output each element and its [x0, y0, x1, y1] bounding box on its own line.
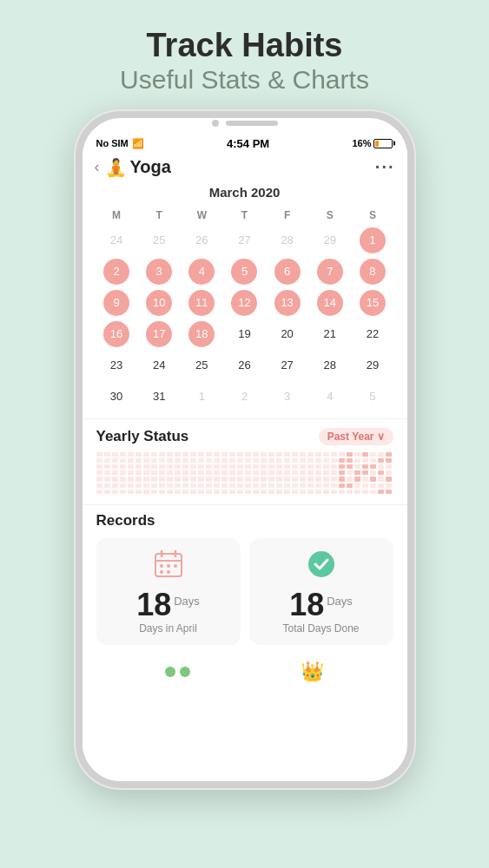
cal-day[interactable]: 8 — [352, 257, 393, 286]
cal-day[interactable]: 14 — [309, 288, 350, 318]
heatmap-cell — [159, 464, 165, 469]
cal-day[interactable]: 29 — [352, 351, 393, 380]
heatmap-cell — [354, 483, 360, 488]
checkmark-circle-icon — [306, 549, 337, 586]
heatmap-cell — [245, 464, 251, 469]
heatmap-cell — [378, 464, 384, 469]
cal-day[interactable]: 1 — [352, 226, 393, 255]
cal-day[interactable]: 22 — [352, 319, 393, 349]
cal-day[interactable]: 25 — [139, 226, 180, 255]
heatmap-cell — [362, 477, 368, 481]
cal-day[interactable]: 12 — [224, 288, 265, 318]
app-header: Track Habits Useful Stats & Charts — [120, 28, 369, 95]
cal-day[interactable]: 29 — [309, 226, 350, 255]
heatmap-cell — [229, 483, 235, 488]
cal-day[interactable]: 9 — [96, 288, 137, 318]
cal-day[interactable]: 3 — [139, 257, 180, 286]
heatmap-cell — [120, 470, 126, 475]
cal-day[interactable]: 17 — [139, 319, 180, 349]
heatmap-col — [214, 452, 220, 494]
cal-day[interactable]: 7 — [309, 257, 350, 286]
nav-back-button[interactable]: ‹ 🧘 Yoga — [95, 157, 171, 178]
cal-day[interactable]: 27 — [224, 226, 265, 255]
cal-day[interactable]: 2 — [96, 257, 137, 286]
heatmap-col — [104, 452, 110, 494]
record-number-row-2: 18 Days — [289, 589, 353, 621]
heatmap-cell — [128, 470, 134, 475]
heatmap-cell — [362, 483, 368, 488]
more-button[interactable]: ··· — [375, 157, 395, 177]
cal-day[interactable]: 26 — [224, 351, 265, 380]
heatmap-cell — [276, 490, 282, 494]
crown-icon-pair: 👑 — [301, 661, 324, 683]
cal-day[interactable]: 13 — [267, 288, 307, 318]
heatmap-cell — [229, 452, 235, 457]
heatmap-cell — [237, 464, 243, 469]
cal-day[interactable]: 4 — [182, 257, 222, 286]
cal-day[interactable]: 6 — [267, 257, 307, 286]
svg-point-6 — [174, 564, 177, 568]
cal-day[interactable]: 19 — [224, 319, 265, 349]
cal-day[interactable]: 24 — [96, 226, 137, 255]
heatmap-cell — [151, 477, 157, 481]
cal-day[interactable]: 20 — [267, 319, 307, 349]
cal-day[interactable]: 15 — [352, 288, 393, 318]
cal-day[interactable]: 4 — [309, 382, 350, 411]
cal-day[interactable]: 26 — [182, 226, 222, 255]
heatmap-cell — [276, 483, 282, 488]
heatmap-cell — [159, 458, 165, 463]
cal-day[interactable]: 28 — [309, 351, 350, 380]
heatmap-col — [128, 452, 134, 494]
cal-day[interactable]: 28 — [267, 226, 307, 255]
heatmap-cell — [175, 490, 181, 494]
heatmap-cell — [339, 464, 345, 469]
heatmap-col — [284, 452, 290, 494]
heatmap-col — [143, 452, 149, 494]
cal-day[interactable]: 18 — [182, 319, 222, 349]
heatmap-cell — [315, 477, 321, 481]
cal-day[interactable]: 27 — [267, 351, 307, 380]
heatmap-cell — [112, 458, 118, 463]
heatmap-cell — [221, 483, 228, 488]
heatmap-cell — [167, 464, 173, 469]
cal-day[interactable]: 24 — [139, 351, 180, 380]
heatmap-cell — [96, 464, 102, 469]
cal-day[interactable]: 2 — [224, 382, 265, 411]
record-number-2: 18 — [289, 589, 324, 621]
heatmap-cell — [159, 490, 165, 494]
records-title: Records — [96, 512, 393, 529]
cal-day[interactable]: 25 — [182, 351, 222, 380]
heatmap-cell — [253, 458, 259, 463]
cal-day[interactable]: 5 — [224, 257, 265, 286]
cal-day[interactable]: 21 — [309, 319, 350, 349]
heatmap-col — [190, 452, 196, 494]
cal-day[interactable]: 1 — [182, 382, 222, 411]
heatmap-cell — [370, 470, 376, 475]
heatmap-cell — [167, 458, 173, 463]
cal-day[interactable]: 11 — [182, 288, 222, 318]
heatmap-cell — [354, 464, 360, 469]
heatmap-cell — [206, 477, 212, 481]
heatmap-cell — [300, 458, 306, 463]
svg-point-7 — [160, 570, 163, 574]
cal-day[interactable]: 10 — [139, 288, 180, 318]
heatmap-cell — [221, 470, 228, 475]
heatmap-cell — [182, 477, 188, 481]
calendar-dots-icon — [153, 549, 184, 586]
cal-day[interactable]: 30 — [96, 382, 137, 411]
year-filter-button[interactable]: Past Year ∨ — [319, 428, 393, 445]
cal-day[interactable]: 31 — [139, 382, 180, 411]
heatmap-cell — [362, 458, 368, 463]
heatmap-col — [120, 452, 126, 494]
cal-day[interactable]: 3 — [267, 382, 307, 411]
cal-day[interactable]: 16 — [96, 319, 137, 349]
cal-day[interactable]: 23 — [96, 351, 137, 380]
calendar-month: March 2020 — [96, 185, 393, 200]
heatmap-cell — [143, 464, 149, 469]
heatmap-cell — [268, 452, 274, 457]
heatmap-col — [206, 452, 212, 494]
cal-day[interactable]: 5 — [352, 382, 393, 411]
heatmap-col — [276, 452, 282, 494]
heatmap-cell — [206, 458, 212, 463]
heatmap-col — [300, 452, 306, 494]
